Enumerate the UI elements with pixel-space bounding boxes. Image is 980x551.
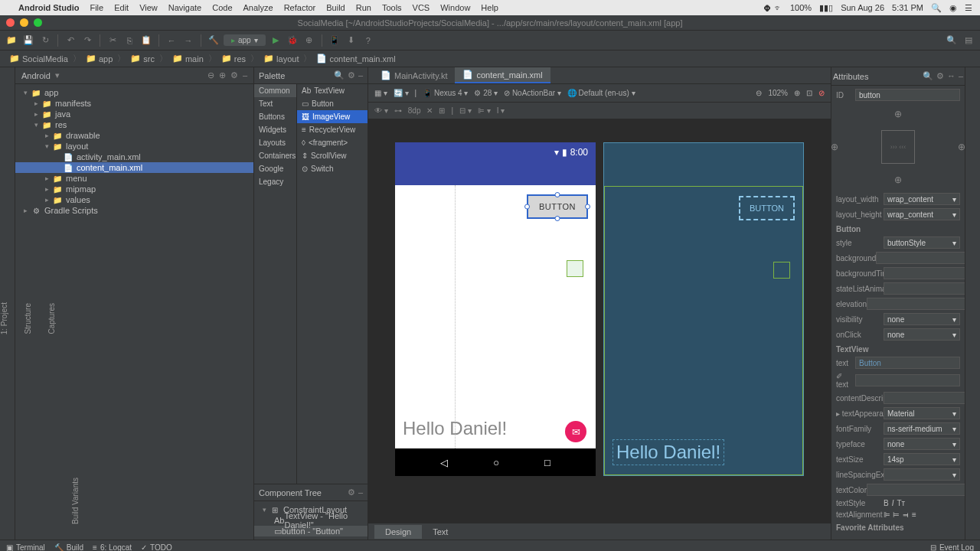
tree-app[interactable]: ▾📁app [15,87,253,98]
allcaps-icon[interactable]: Tт [897,499,905,507]
maximize-window-icon[interactable] [34,18,42,27]
menu-file[interactable]: File [90,3,103,12]
attr-elevation-input[interactable] [867,298,965,310]
target-icon[interactable]: ⊕ [219,70,226,80]
tab-content-main[interactable]: 📄content_main.xml [455,67,550,83]
menu-run[interactable]: Run [356,3,371,12]
hide-icon[interactable]: – [959,71,963,81]
menu-refactor[interactable]: Refactor [284,3,316,12]
sync-icon[interactable]: ↻ [38,34,52,47]
redo-icon[interactable]: ↷ [80,34,94,47]
canvas-fab[interactable]: ✉ [565,421,586,442]
search-everywhere-icon[interactable]: 🔍 [945,34,959,47]
hammer-icon[interactable]: 🔨 [207,34,220,47]
tree-manifests[interactable]: ▸📁manifests [15,98,253,109]
orientation-icon[interactable]: 🔄 ▾ [394,89,409,97]
project-tool-button[interactable]: 1: Project [0,302,8,334]
undo-icon[interactable]: ↶ [64,34,77,47]
bold-icon[interactable]: B [884,499,889,507]
attr-textsize-select[interactable]: 14sp▾ [884,453,960,465]
back-icon[interactable]: ← [165,34,178,47]
margin-value[interactable]: 8dp [408,106,421,115]
tree-menu[interactable]: ▸📁menu [15,173,253,184]
pal-item-switch[interactable]: ⊙Switch [297,162,368,175]
text-mode-tab[interactable]: Text [422,525,459,539]
tree-java[interactable]: ▸📁java [15,109,253,119]
guideline-icon[interactable]: I ▾ [497,106,505,115]
attr-id-input[interactable] [855,89,960,101]
run-button[interactable]: ▶ [269,34,283,47]
italic-icon[interactable]: I [892,499,894,507]
attr-style-select[interactable]: buttonStyle▾ [884,236,960,249]
build-variants-button[interactable]: Build Variants [71,478,80,524]
pal-cat-buttons[interactable]: Buttons [254,110,296,123]
pal-item-textview[interactable]: AbTextView [297,84,368,97]
help-icon[interactable]: ? [361,34,375,47]
autoconnect-icon[interactable]: ⊶ [394,106,402,115]
device-preview[interactable]: ▾ ▮ 8:00 BUTTON Hello Daniel! ✉ ◁ ○ [395,142,596,476]
hide-icon[interactable]: – [243,70,247,80]
tree-res[interactable]: ▾📁res [15,119,253,130]
terminal-button[interactable]: ▣ Terminal [6,543,45,551]
attr-onclick-select[interactable]: none▾ [884,328,960,341]
constraint-right-icon[interactable]: ⊕ [958,142,965,152]
menu-help[interactable]: Help [481,3,498,12]
forward-icon[interactable]: → [181,34,195,47]
logcat-button[interactable]: ≡ 6: Logcat [93,543,132,551]
pal-cat-text[interactable]: Text [254,97,296,110]
tree-gradle[interactable]: ▸⚙Gradle Scripts [15,205,253,216]
spotlight-icon[interactable]: 🔍 [931,3,942,13]
pal-cat-layouts[interactable]: Layouts [254,136,296,149]
pal-item-recyclerview[interactable]: ≡RecyclerView [297,123,368,136]
structure-tool-button[interactable]: Structure [24,303,32,334]
menu-analyze[interactable]: Analyze [243,3,273,12]
align-right-icon[interactable]: ⫤ [902,510,910,519]
clear-constraints-icon[interactable]: ✕ [426,106,433,115]
canvas-hello-text[interactable]: Hello Daniel! [403,418,507,439]
attr-background-input[interactable] [876,252,965,264]
bp-hello-text[interactable]: Hello Daniel! [612,439,724,465]
attr-visibility-select[interactable]: none▾ [884,313,960,325]
bp-imageview-drag[interactable] [773,262,790,279]
theme-selector[interactable]: ⊘ NoActionBar ▾ [504,89,561,97]
profile-button[interactable]: ⊕ [302,34,316,47]
attr-width-select[interactable]: wrap_content▾ [884,193,960,205]
locale-selector[interactable]: 🌐 Default (en-us) ▾ [567,89,635,97]
design-canvas[interactable]: ▾ ▮ 8:00 BUTTON Hello Daniel! ✉ ◁ ○ [368,119,831,523]
menu-view[interactable]: View [139,3,158,12]
minimize-window-icon[interactable] [20,18,28,27]
align-left-icon[interactable]: ⊫ [884,510,890,519]
blueprint-preview[interactable]: BUTTON Hello Daniel! [603,142,804,476]
pal-item-imageview[interactable]: 🖼ImageView [297,110,368,123]
gear-icon[interactable]: ⚙ [230,70,238,80]
wifi-icon[interactable]: ⚉ ᯤ [763,3,782,12]
tab-mainactivity[interactable]: 📄MainActivity.kt [373,68,455,83]
bp-button-widget[interactable]: BUTTON [739,196,795,220]
pal-cat-widgets[interactable]: Widgets [254,123,296,136]
pal-cat-legacy[interactable]: Legacy [254,175,296,188]
settings-toolbar-icon[interactable]: ▤ [962,34,975,47]
infer-constraints-icon[interactable]: ⊞ [439,106,445,115]
menu-tools[interactable]: Tools [382,3,402,12]
tree-drawable[interactable]: ▸📁drawable [15,130,253,141]
save-icon[interactable]: 💾 [21,34,35,47]
constraint-left-icon[interactable]: ⊕ [831,142,838,152]
menu-edit[interactable]: Edit [114,3,129,12]
comp-textview[interactable]: Ab TextView - "Hello Daniel!" [254,515,368,526]
open-icon[interactable]: 📁 [5,34,18,47]
canvas-button-widget[interactable]: BUTTON [527,194,588,219]
debug-button[interactable]: 🐞 [286,34,299,47]
menu-navigate[interactable]: Navigate [168,3,201,12]
menu-code[interactable]: Code [212,3,232,12]
paste-icon[interactable]: 📋 [139,34,153,47]
zoom-out-icon[interactable]: ⊖ [756,89,762,97]
api-selector[interactable]: ⚙ 28 ▾ [474,89,498,97]
attr-height-select[interactable]: wrap_content▾ [884,208,960,220]
device-selector[interactable]: 📱 Nexus 4 ▾ [423,89,468,97]
tree-values[interactable]: ▸📁values [15,194,253,205]
attr-statelistanim-input[interactable] [884,282,965,295]
gear-icon[interactable]: ⚙ [348,487,355,497]
tree-layout[interactable]: ▾📁layout [15,141,253,152]
imageview-drag-preview[interactable] [567,260,583,277]
align-justify-icon[interactable]: ≡ [912,510,916,519]
